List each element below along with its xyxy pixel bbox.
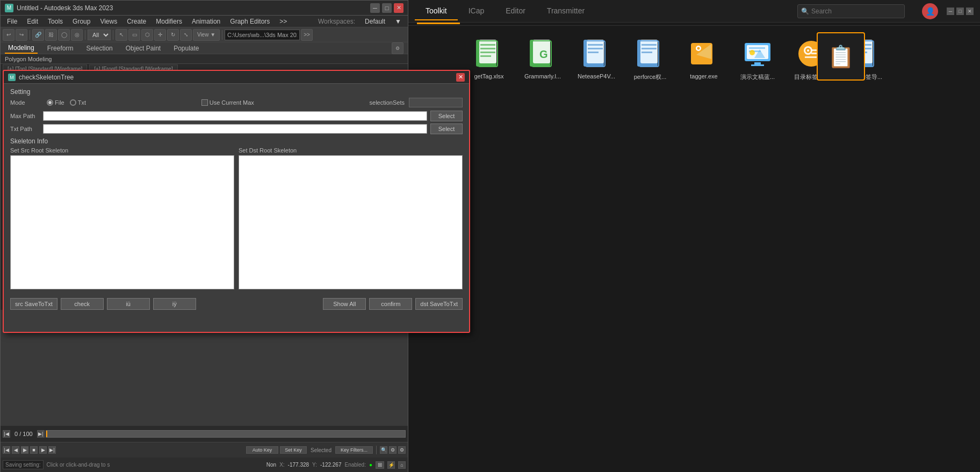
next-btn[interactable]: ▶ [39, 446, 47, 454]
menu-views[interactable]: Views [96, 17, 121, 26]
txt-path-select-button[interactable]: Select [430, 124, 463, 134]
maximize-button[interactable]: □ [382, 3, 392, 13]
unlink-button[interactable]: ⛓ [45, 29, 57, 41]
home-btn[interactable]: ⌂ [398, 461, 406, 469]
move-button[interactable]: ✛ [154, 29, 166, 41]
icon-grammarly[interactable]: G Grammarly.l... [521, 38, 564, 81]
rotate-button[interactable]: ↻ [167, 29, 179, 41]
link-button[interactable]: 🔗 [32, 29, 44, 41]
select-region[interactable]: ▭ [128, 29, 140, 41]
right-maximize-btn[interactable]: □ [956, 8, 964, 15]
iy-button[interactable]: iÿ [153, 298, 196, 310]
key-filters-btn[interactable]: Key Filters... [335, 446, 373, 454]
enabled-dot: ● [369, 462, 372, 468]
menu-tools[interactable]: Tools [44, 17, 67, 26]
scale-button[interactable]: ⤡ [180, 29, 192, 41]
path-field[interactable] [225, 30, 300, 40]
iu-button[interactable]: iü [107, 298, 150, 310]
workspace-default[interactable]: Default [361, 17, 390, 26]
select-button[interactable]: ↖ [116, 29, 127, 41]
icon-neteaseP4V[interactable]: NeteaseP4V... [575, 38, 618, 81]
bind-button[interactable]: ◯ [58, 29, 70, 41]
check-button[interactable]: check [61, 298, 104, 310]
menu-animation[interactable]: Animation [188, 17, 225, 26]
workspace-dropdown[interactable]: ▼ [391, 17, 406, 26]
icon-gettag[interactable]: getTag.xlsx [467, 38, 510, 81]
dst-save-to-txt-button[interactable]: dst SaveToTxt [415, 298, 463, 310]
svg-rect-32 [751, 64, 764, 66]
menu-edit[interactable]: Edit [23, 17, 42, 26]
filter-dropdown[interactable]: All [88, 30, 111, 40]
prev-btn[interactable]: ◀ [12, 446, 19, 454]
check-skeleton-dialog: M checkSkeletonTree ✕ Setting Mode File … [3, 70, 470, 333]
menu-modifiers[interactable]: Modifiers [152, 17, 186, 26]
svg-point-34 [750, 50, 755, 55]
txt-radio-label: Txt [78, 99, 86, 106]
key-mode-btn[interactable]: Auto Key [246, 446, 278, 454]
sub-tab-modeling[interactable]: Modeling [5, 43, 38, 54]
search-input[interactable] [811, 8, 901, 15]
menu-group[interactable]: Group [68, 17, 95, 26]
svg-rect-22 [642, 52, 652, 53]
sub-tab-freeform[interactable]: Freeform [44, 43, 77, 53]
grid-btn[interactable]: ⊞ [376, 461, 384, 469]
confirm-button[interactable]: confirm [369, 298, 412, 310]
sub-toolbar-settings[interactable]: ⚙ [392, 42, 403, 54]
mode-row: Mode File Txt Use Current Max selectionS… [10, 98, 463, 107]
snap-btn[interactable]: ⚡ [387, 461, 395, 469]
undo-button[interactable]: ↩ [3, 29, 15, 41]
redo-button[interactable]: ↪ [16, 29, 27, 41]
show-all-button[interactable]: Show All [323, 298, 366, 310]
nav-tab-toolkit[interactable]: Toolkit [415, 2, 458, 20]
bind2-button[interactable]: ◎ [71, 29, 83, 41]
icon-tagger[interactable]: tagger.exe [682, 38, 725, 81]
nav-tab-editor[interactable]: Editor [495, 2, 536, 20]
minimize-button[interactable]: ─ [370, 3, 380, 13]
icon-presentation[interactable]: 演示文稿蓝... [736, 38, 779, 81]
anim-btn-2[interactable]: ⚙ [398, 446, 406, 454]
nav-tab-icap[interactable]: ICap [458, 2, 495, 20]
timeline-end-btn[interactable]: ▶| [37, 430, 45, 438]
toolbar-more[interactable]: >> [301, 29, 313, 41]
src-skeleton-panel[interactable] [10, 155, 234, 289]
close-button[interactable]: ✕ [394, 3, 403, 13]
dst-root-label[interactable]: Set Dst Root Skeleton [239, 147, 463, 154]
selection-sets-input[interactable] [409, 98, 463, 107]
perforce-label: perforce权... [634, 73, 667, 81]
anim-btn-1[interactable]: ⚙ [389, 446, 397, 454]
right-minimize-btn[interactable]: ─ [947, 8, 954, 15]
icon-perforce[interactable]: perforce权... [629, 38, 672, 81]
mode-txt-radio[interactable]: Txt [70, 99, 86, 106]
sub-tab-selection[interactable]: Selection [83, 43, 116, 53]
sub-tab-populate[interactable]: Populate [170, 43, 202, 53]
menu-more[interactable]: >> [275, 17, 291, 26]
max-path-input[interactable] [43, 111, 427, 121]
max-path-select-button[interactable]: Select [430, 111, 463, 121]
active-toolkit-icon[interactable]: 📋 [817, 32, 865, 81]
dst-skeleton-panel[interactable] [239, 155, 463, 289]
select-freeform[interactable]: ⬡ [141, 29, 153, 41]
right-close-btn[interactable]: ✕ [966, 8, 974, 15]
svg-point-25 [697, 47, 700, 50]
timeline-track[interactable] [46, 430, 406, 438]
menu-file[interactable]: File [3, 17, 21, 26]
src-save-to-txt-button[interactable]: src SaveToTxt [10, 298, 57, 310]
stop-btn[interactable]: ■ [30, 446, 38, 454]
max-path-label: Max Path [10, 113, 40, 119]
mode-file-radio[interactable]: File [47, 99, 64, 106]
src-root-label[interactable]: Set Src Root Skeleton [10, 147, 234, 154]
view-button[interactable]: View ▼ [193, 29, 220, 41]
next-frame-btn[interactable]: ▶| [48, 446, 56, 454]
nav-tab-transmitter[interactable]: Transmitter [536, 2, 595, 20]
prev-frame-btn[interactable]: |◀ [3, 446, 10, 454]
timeline-start-btn[interactable]: |◀ [3, 430, 10, 438]
dialog-close-button[interactable]: ✕ [456, 73, 465, 82]
use-current-max-checkbox[interactable]: Use Current Max [201, 99, 254, 106]
menu-graph-editors[interactable]: Graph Editors [226, 17, 274, 26]
play-btn[interactable]: ▶ [21, 446, 28, 454]
sub-tab-object-paint[interactable]: Object Paint [122, 43, 164, 53]
txt-path-input[interactable] [43, 124, 427, 134]
set-key-btn[interactable]: Set Key [280, 446, 307, 454]
menu-create[interactable]: Create [122, 17, 150, 26]
search-keyframe[interactable]: 🔍 [380, 446, 387, 454]
